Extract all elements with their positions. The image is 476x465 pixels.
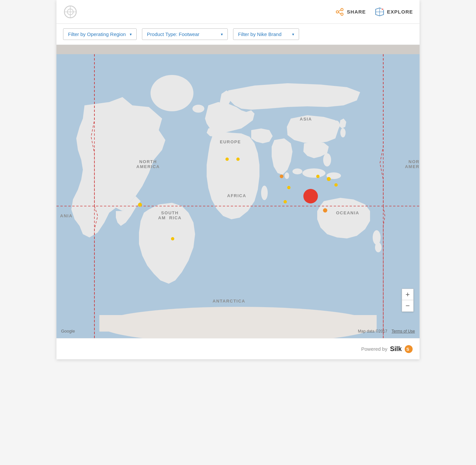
zoom-out-button[interactable]: − xyxy=(402,300,413,311)
svg-point-6 xyxy=(336,11,338,13)
svg-point-4 xyxy=(341,8,343,11)
svg-line-13 xyxy=(376,8,380,9)
share-button[interactable]: SHARE xyxy=(335,7,366,17)
svg-point-19 xyxy=(151,75,193,111)
svg-text:S: S xyxy=(406,347,409,352)
page-footer: Powered by Silk S xyxy=(56,338,420,359)
filter-region-arrow: ▾ xyxy=(130,32,132,37)
silk-brand-text: Silk xyxy=(390,345,402,353)
svg-line-8 xyxy=(338,10,341,12)
zoom-in-button[interactable]: + xyxy=(402,289,413,300)
filter-product-dropdown[interactable]: Product Type: Footwear ▾ xyxy=(142,28,228,40)
terms-of-use-link[interactable]: Terms of Use xyxy=(391,329,415,334)
share-label: SHARE xyxy=(347,9,366,15)
svg-point-30 xyxy=(323,153,331,166)
filter-brand-label: Filter by Nike Brand xyxy=(238,31,282,37)
filter-bar: Filter by Operating Region ▾ Product Typ… xyxy=(56,24,420,45)
svg-point-23 xyxy=(333,121,340,130)
filter-brand-arrow: ▾ xyxy=(292,32,294,37)
silk-logo-icon: S xyxy=(404,345,413,353)
powered-by-text: Powered by xyxy=(361,346,387,352)
svg-point-5 xyxy=(341,13,343,15)
svg-point-27 xyxy=(373,230,381,245)
explore-icon: ✕ xyxy=(375,7,384,17)
svg-point-21 xyxy=(261,186,268,200)
svg-line-7 xyxy=(338,12,341,14)
zoom-controls: + − xyxy=(402,289,414,312)
header-actions: SHARE ✕ EXPLORE xyxy=(335,7,413,17)
filter-product-label: Product Type: Footwear xyxy=(147,31,199,37)
svg-point-24 xyxy=(302,168,325,178)
svg-point-22 xyxy=(340,128,346,137)
svg-point-26 xyxy=(292,168,302,174)
filter-region-dropdown[interactable]: Filter by Operating Region ▾ xyxy=(63,28,137,40)
map-top-strip xyxy=(56,45,420,54)
logo-area xyxy=(63,5,78,19)
filter-product-arrow: ▾ xyxy=(221,32,223,37)
header: SHARE ✕ EXPLORE xyxy=(56,0,420,24)
app-logo-icon xyxy=(63,5,78,19)
google-label: Google xyxy=(61,329,75,334)
world-map xyxy=(56,54,420,338)
explore-label: EXPLORE xyxy=(387,9,413,15)
filter-region-label: Filter by Operating Region xyxy=(68,31,126,37)
map-container: NORTHAMERICA EUROPE ASIA AFRICA SOUTHAM … xyxy=(56,54,420,338)
explore-button[interactable]: ✕ EXPLORE xyxy=(375,7,413,17)
svg-rect-18 xyxy=(99,315,377,332)
map-copyright: Map data ©2017 xyxy=(358,329,387,334)
svg-point-28 xyxy=(375,242,382,252)
map-footer: Map data ©2017 Terms of Use xyxy=(358,329,415,334)
svg-point-20 xyxy=(192,105,204,113)
share-icon xyxy=(335,7,344,17)
svg-point-25 xyxy=(326,172,341,179)
google-watermark: Google xyxy=(61,329,75,334)
svg-point-29 xyxy=(285,172,289,179)
svg-text:✕: ✕ xyxy=(381,8,384,11)
filter-brand-dropdown[interactable]: Filter by Nike Brand ▾ xyxy=(233,28,299,40)
